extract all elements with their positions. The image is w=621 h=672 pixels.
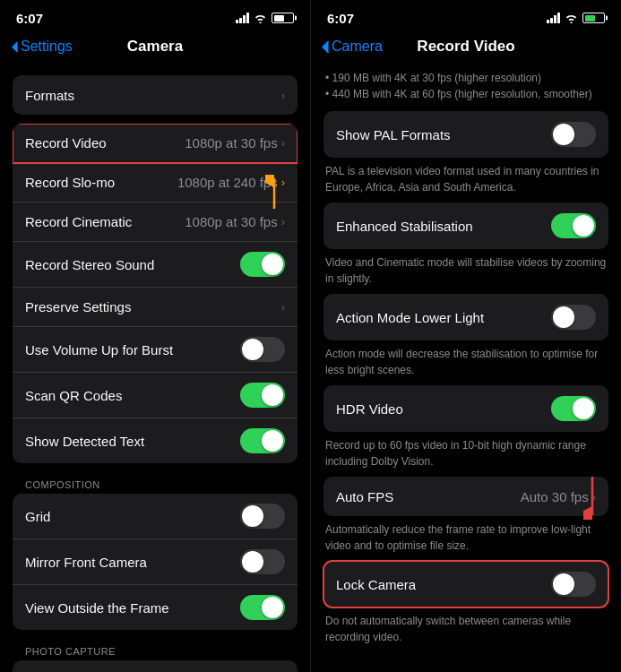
mirror-front-knob	[242, 551, 263, 573]
mirror-front-toggle[interactable]	[240, 549, 285, 574]
grid-toggle[interactable]	[240, 504, 285, 529]
view-outside-row[interactable]: View Outside the Frame	[13, 585, 298, 630]
lock-camera-row[interactable]: Lock Camera	[323, 561, 608, 607]
left-time: 6:07	[16, 11, 43, 26]
show-pal-toggle[interactable]	[551, 122, 596, 147]
view-outside-knob	[262, 597, 283, 618]
left-back-button[interactable]: Settings	[11, 39, 73, 55]
scan-qr-toggle[interactable]	[240, 383, 285, 408]
record-slomo-row[interactable]: Record Slo-mo 1080p at 240 fps ›	[13, 163, 298, 202]
record-cinematic-chevron: ›	[281, 215, 285, 228]
action-mode-group: Action Mode Lower Light	[323, 294, 608, 340]
right-status-bar: 6:07	[311, 0, 621, 32]
auto-fps-desc: Automatically reduce the frame rate to i…	[323, 521, 608, 561]
left-settings-list: Formats › Record Video 1080p at 30 fps ›	[0, 66, 310, 672]
enhanced-stab-row[interactable]: Enhanced Stabilisation	[323, 202, 608, 249]
record-slomo-chevron: ›	[281, 176, 285, 189]
formats-group: Formats ›	[13, 75, 298, 115]
lock-camera-label: Lock Camera	[336, 577, 416, 592]
preserve-settings-row[interactable]: Preserve Settings ›	[13, 288, 298, 327]
volume-burst-toggle[interactable]	[240, 337, 285, 362]
composition-section-label: COMPOSITION	[13, 472, 298, 494]
record-cinematic-row[interactable]: Record Cinematic 1080p at 30 fps ›	[13, 202, 298, 242]
hdr-video-label: HDR Video	[336, 401, 403, 417]
hdr-video-row[interactable]: HDR Video	[323, 385, 608, 432]
formats-label: Formats	[25, 88, 74, 103]
hdr-video-desc: Record up to 60 fps video in 10-bit high…	[323, 437, 608, 477]
formats-chevron: ›	[281, 89, 285, 102]
preserve-settings-label: Preserve Settings	[25, 299, 131, 314]
show-pal-label: Show PAL Formats	[336, 127, 451, 142]
left-back-label: Settings	[21, 39, 73, 55]
left-nav-bar: Settings Camera	[0, 32, 310, 66]
battery-icon	[272, 13, 294, 23]
enhanced-stab-label: Enhanced Stabilisation	[336, 219, 473, 234]
photo-capture-group: Photographic Styles Personalise the look…	[13, 660, 298, 672]
record-slomo-label: Record Slo-mo	[25, 175, 115, 190]
grid-row[interactable]: Grid	[13, 494, 298, 539]
action-mode-toggle[interactable]	[551, 305, 596, 330]
auto-fps-chevron: ›	[592, 490, 596, 504]
action-mode-desc: Action mode will decrease the stabilisat…	[323, 346, 608, 385]
volume-burst-row[interactable]: Use Volume Up for Burst	[13, 327, 298, 373]
record-stereo-toggle[interactable]	[240, 252, 285, 277]
grid-knob	[242, 505, 263, 527]
right-status-icons	[547, 13, 605, 23]
auto-fps-row[interactable]: Auto FPS Auto 30 fps ›	[323, 477, 608, 516]
right-time: 6:07	[327, 11, 354, 26]
rv-info-text: • 190 MB with 4K at 30 fps (higher resol…	[323, 66, 608, 111]
right-back-label: Camera	[332, 39, 383, 55]
record-cinematic-fps: 1080p at 30 fps	[185, 214, 277, 229]
record-video-row[interactable]: Record Video 1080p at 30 fps ›	[13, 124, 298, 163]
volume-burst-knob	[242, 339, 263, 360]
action-mode-row[interactable]: Action Mode Lower Light	[323, 294, 608, 340]
action-mode-label: Action Mode Lower Light	[336, 310, 484, 325]
signal-icon	[236, 13, 249, 23]
photo-capture-section-label: PHOTO CAPTURE	[13, 639, 298, 660]
scan-qr-label: Scan QR Codes	[25, 388, 122, 403]
auto-fps-value: Auto 30 fps ›	[521, 489, 596, 504]
left-status-icons	[236, 13, 294, 23]
record-stereo-label: Record Stereo Sound	[25, 257, 154, 272]
show-detected-knob	[262, 430, 283, 452]
scan-qr-row[interactable]: Scan QR Codes	[13, 373, 298, 418]
enhanced-stab-toggle[interactable]	[551, 213, 596, 238]
left-nav-title: Camera	[127, 38, 183, 56]
right-nav-title: Record Video	[417, 38, 514, 56]
record-video-label: Record Video	[25, 135, 107, 151]
record-slomo-fps: 1080p at 240 fps	[177, 175, 278, 190]
show-detected-toggle[interactable]	[240, 428, 285, 453]
formats-row[interactable]: Formats ›	[13, 75, 298, 115]
grid-label: Grid	[25, 509, 50, 524]
show-pal-group: Show PAL Formats	[323, 111, 608, 158]
record-stereo-knob	[262, 254, 283, 275]
lock-camera-knob	[553, 573, 574, 595]
record-video-value: 1080p at 30 fps ›	[185, 135, 285, 151]
show-pal-desc: PAL is a television video format used in…	[323, 163, 608, 202]
enhanced-stab-desc: Video and Cinematic mode will stabilise …	[323, 254, 608, 294]
record-stereo-row[interactable]: Record Stereo Sound	[13, 242, 298, 288]
hdr-video-group: HDR Video	[323, 385, 608, 432]
mirror-front-row[interactable]: Mirror Front Camera	[13, 539, 298, 585]
right-battery-icon	[582, 13, 605, 23]
wifi-icon	[254, 13, 267, 23]
photographic-styles-row[interactable]: Photographic Styles Personalise the look…	[13, 660, 298, 672]
right-wifi-icon	[565, 13, 578, 23]
enhanced-stab-knob	[573, 215, 594, 237]
scan-qr-knob	[262, 384, 283, 406]
record-video-fps: 1080p at 30 fps	[185, 135, 277, 151]
preserve-settings-value: ›	[281, 300, 285, 314]
record-cinematic-value: 1080p at 30 fps ›	[185, 214, 285, 229]
record-cinematic-label: Record Cinematic	[25, 214, 132, 229]
show-detected-row[interactable]: Show Detected Text	[13, 418, 298, 463]
show-detected-label: Show Detected Text	[25, 434, 144, 449]
composition-group: Grid Mirror Front Camera View Outside th…	[13, 494, 298, 630]
hdr-video-toggle[interactable]	[551, 396, 596, 421]
lock-camera-toggle[interactable]	[551, 572, 596, 597]
volume-burst-label: Use Volume Up for Burst	[25, 342, 173, 358]
view-outside-toggle[interactable]	[240, 595, 285, 620]
show-pal-row[interactable]: Show PAL Formats	[323, 111, 608, 158]
record-slomo-value: 1080p at 240 fps ›	[177, 175, 285, 190]
show-pal-knob	[553, 124, 574, 145]
right-back-button[interactable]: Camera	[322, 39, 383, 55]
